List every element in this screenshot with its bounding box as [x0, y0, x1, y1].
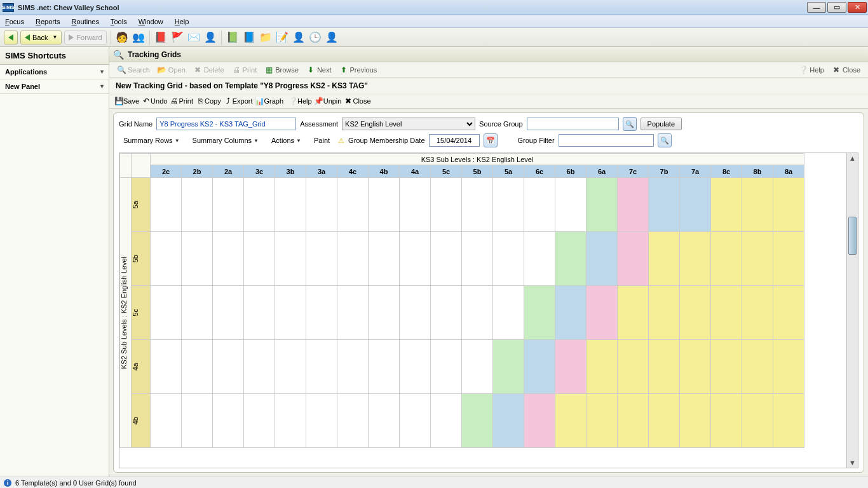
grid-cell[interactable]	[493, 232, 524, 286]
clock-icon[interactable]: 🕒	[308, 30, 322, 44]
grid-cell[interactable]	[524, 178, 555, 232]
grid-cell[interactable]	[151, 394, 182, 448]
grid-cell[interactable]	[618, 340, 649, 394]
grid-cell[interactable]	[244, 340, 275, 394]
back-button[interactable]: Back▼	[20, 30, 62, 44]
scroll-down-icon[interactable]: ▼	[847, 458, 858, 468]
summary-rows-dropdown[interactable]: Summary Rows▼	[119, 134, 184, 147]
grid-cell[interactable]	[618, 286, 649, 340]
grid-cell[interactable]	[711, 178, 742, 232]
grid-cell[interactable]	[306, 286, 337, 340]
grid-cell[interactable]	[524, 394, 555, 448]
grid-cell[interactable]	[306, 340, 337, 394]
grid-cell[interactable]	[275, 286, 306, 340]
grid-cell[interactable]	[462, 394, 493, 448]
grid-cell[interactable]	[275, 340, 306, 394]
vertical-scrollbar[interactable]: ▲ ▼	[846, 153, 858, 468]
grid-cell[interactable]	[337, 394, 369, 448]
grid-cell[interactable]	[618, 232, 649, 286]
grid-cell[interactable]	[151, 232, 182, 286]
person3-icon[interactable]: 👤	[325, 30, 339, 44]
grid-cell[interactable]	[306, 232, 337, 286]
grid-cell[interactable]	[524, 340, 555, 394]
folder-icon[interactable]: 📁	[259, 30, 273, 44]
actions-dropdown[interactable]: Actions▼	[267, 134, 306, 147]
grid-cell[interactable]	[244, 232, 275, 286]
grid-cell[interactable]	[151, 178, 182, 232]
grid-cell[interactable]	[275, 394, 306, 448]
populate-button[interactable]: Populate	[641, 118, 682, 130]
grid-cell[interactable]	[369, 178, 400, 232]
grid-cell[interactable]	[213, 340, 244, 394]
grid-cell[interactable]	[213, 178, 244, 232]
summary-cols-dropdown[interactable]: Summary Columns▼	[188, 134, 263, 147]
grid-cell[interactable]	[151, 286, 182, 340]
calendar-button[interactable]: 📅	[484, 133, 498, 147]
save-button[interactable]: 💾Save	[114, 97, 139, 105]
grid-cell[interactable]	[369, 286, 400, 340]
graph-button[interactable]: 📊Graph	[255, 97, 283, 105]
person2-icon[interactable]: 👤	[292, 30, 306, 44]
grid-cell[interactable]	[462, 232, 493, 286]
grid-cell[interactable]	[369, 340, 400, 394]
grid-cell[interactable]	[587, 340, 618, 394]
back-home-button[interactable]	[4, 30, 18, 44]
grid-cell[interactable]	[711, 394, 742, 448]
group-icon[interactable]: 👥	[132, 30, 146, 44]
grid-cell[interactable]	[649, 340, 680, 394]
grid-cell[interactable]	[680, 178, 711, 232]
grid-cell[interactable]	[587, 178, 618, 232]
grid-cell[interactable]	[742, 286, 773, 340]
mail-icon[interactable]: ✉️	[187, 30, 201, 44]
print2-button[interactable]: 🖨Print	[170, 97, 193, 105]
doc2-icon[interactable]: 📘	[242, 30, 256, 44]
grid-cell[interactable]	[493, 394, 524, 448]
maximize-button[interactable]: ▭	[827, 2, 846, 13]
group-filter-input[interactable]	[559, 134, 654, 147]
grid-cell[interactable]	[773, 232, 804, 286]
grid-cell[interactable]	[773, 394, 804, 448]
grid-cell[interactable]	[649, 394, 680, 448]
scroll-thumb[interactable]	[848, 217, 857, 255]
copy-button[interactable]: ⎘Copy	[196, 97, 221, 105]
menu-help[interactable]: Help	[175, 18, 189, 25]
close2-button[interactable]: ✖Close	[344, 97, 370, 105]
delete-button[interactable]: ✖Delete	[191, 64, 227, 76]
grid-cell[interactable]	[182, 394, 213, 448]
close-window-button[interactable]: ✕	[848, 2, 867, 13]
grid-cell[interactable]	[369, 394, 400, 448]
grid-cell[interactable]	[649, 232, 680, 286]
sidebar-item-applications[interactable]: Applications▾	[0, 65, 109, 79]
group-filter-search-button[interactable]: 🔍	[658, 133, 672, 147]
unpin-button[interactable]: 📌Unpin	[315, 97, 342, 105]
source-group-search-button[interactable]: 🔍	[623, 117, 637, 131]
grid-cell[interactable]	[773, 178, 804, 232]
grid-cell[interactable]	[742, 340, 773, 394]
next-button[interactable]: ⬇Next	[304, 64, 334, 76]
membership-date-input[interactable]	[429, 134, 480, 147]
grid-cell[interactable]	[213, 232, 244, 286]
grid-cell[interactable]	[555, 178, 587, 232]
grid-cell[interactable]	[151, 340, 182, 394]
grid-cell[interactable]	[462, 286, 493, 340]
grid-cell[interactable]	[587, 286, 618, 340]
export-button[interactable]: ⤴Export	[224, 97, 253, 105]
grid-cell[interactable]	[711, 232, 742, 286]
grid-cell[interactable]	[493, 178, 524, 232]
grid-cell[interactable]	[337, 232, 369, 286]
grid-cell[interactable]	[275, 178, 306, 232]
grid-cell[interactable]	[306, 178, 337, 232]
grid-cell[interactable]	[773, 286, 804, 340]
grid-cell[interactable]	[524, 232, 555, 286]
grid-cell[interactable]	[400, 394, 431, 448]
menu-focus[interactable]: Focus	[5, 18, 24, 25]
grid-cell[interactable]	[337, 340, 369, 394]
grid-cell[interactable]	[493, 286, 524, 340]
flag-icon[interactable]: 🚩	[170, 30, 184, 44]
grid-cell[interactable]	[431, 394, 462, 448]
help-button[interactable]: ❔Help	[796, 64, 827, 76]
grid-cell[interactable]	[400, 340, 431, 394]
grid-cell[interactable]	[742, 232, 773, 286]
grid-cell[interactable]	[431, 178, 462, 232]
grid-cell[interactable]	[244, 286, 275, 340]
